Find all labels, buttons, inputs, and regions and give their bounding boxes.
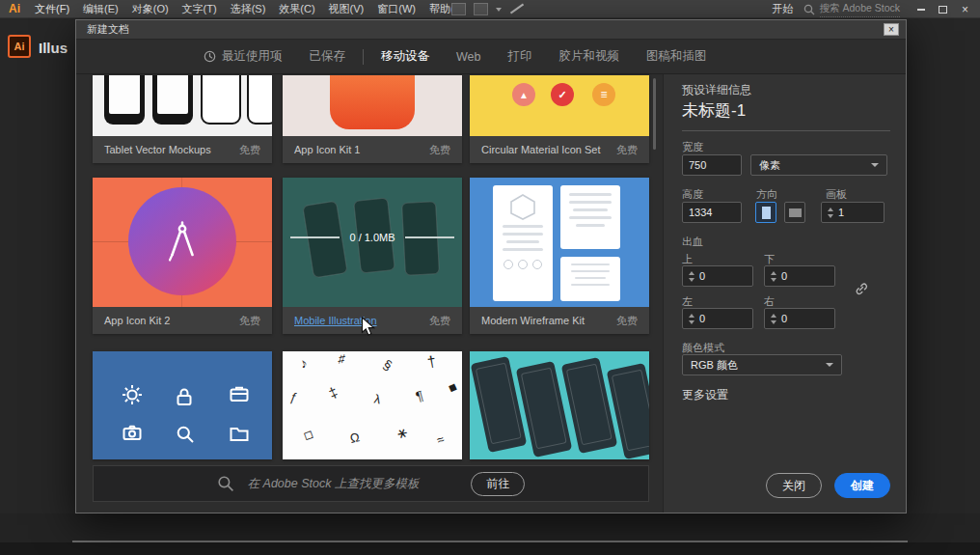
arrow-down-icon — [771, 278, 776, 282]
template-name[interactable]: App Icon Kit 1 — [294, 144, 361, 155]
width-input[interactable] — [682, 154, 742, 176]
titlebar-right: 开始 搜索 Adobe Stock × — [773, 0, 976, 18]
tab-divider — [363, 49, 364, 65]
tab-film-video[interactable]: 胶片和视频 — [545, 40, 633, 73]
close-window-button[interactable]: × — [954, 0, 976, 18]
stepper-arrows[interactable] — [683, 314, 699, 324]
template-card-icon-set[interactable] — [93, 351, 272, 459]
maximize-icon — [939, 6, 947, 14]
stepper-arrows[interactable] — [822, 208, 838, 218]
category-tabs: 最近使用项 已保存 移动设备 Web 打印 胶片和视频 图稿和插图 — [76, 40, 906, 74]
menu-file[interactable]: 文件(F) — [28, 2, 76, 16]
menu-object[interactable]: 对象(O) — [125, 2, 176, 16]
orientation-portrait-button[interactable] — [755, 202, 776, 223]
template-name[interactable]: Circular Material Icon Set — [481, 144, 601, 155]
menu-effect[interactable]: 效果(C) — [272, 2, 321, 16]
unit-select[interactable]: 像素 — [750, 154, 887, 176]
brush-tool-icon[interactable] — [509, 3, 525, 15]
chevron-down-icon[interactable] — [496, 8, 502, 12]
arrow-down-icon — [689, 320, 694, 324]
download-progress: 0 / 1.0MB — [290, 232, 454, 243]
glyph-icon: ≈ — [434, 431, 446, 448]
template-card-symbol-pattern[interactable]: ♪ ♯ § † ◆ ƒ ‡ λ ¶ ◇ Ω ∗ ≈ — [283, 351, 462, 459]
tab-mobile[interactable]: 移动设备 — [368, 40, 443, 73]
glyph-icon: ∗ — [395, 423, 412, 443]
bleed-bottom-stepper[interactable]: 0 — [764, 265, 835, 287]
bleed-right-label: 右 — [764, 294, 775, 309]
dialog-close-button[interactable]: × — [884, 23, 899, 36]
bleed-top-value[interactable]: 0 — [699, 270, 705, 282]
stock-search-field[interactable]: 搜索 Adobe Stock — [803, 2, 900, 17]
tab-label: 已保存 — [310, 48, 346, 65]
minimize-button[interactable] — [910, 0, 932, 18]
template-card-app-icon-kit-1[interactable]: App Icon Kit 1 免费 — [283, 75, 462, 163]
workspace-switcher[interactable]: 开始 — [773, 2, 794, 16]
menu-select[interactable]: 选择(S) — [224, 2, 273, 16]
orientation-landscape-button[interactable] — [784, 202, 805, 223]
template-card-modern-wireframe-kit[interactable]: Modern Wireframe Kit 免费 — [470, 178, 649, 334]
bleed-left-stepper[interactable]: 0 — [682, 308, 753, 329]
stock-template-search-bar[interactable]: 在 Adobe Stock 上查找更多模板 前往 — [93, 465, 649, 502]
template-name[interactable]: Tablet Vector Mockups — [104, 144, 211, 155]
bleed-left-value[interactable]: 0 — [699, 313, 705, 324]
template-thumbnail — [283, 75, 462, 136]
color-mode-label: 颜色模式 — [682, 341, 724, 355]
app-icon-shape — [330, 75, 415, 129]
wireframe-card — [560, 257, 620, 301]
bleed-bottom-value[interactable]: 0 — [781, 270, 787, 282]
arrange-documents-icon[interactable] — [474, 3, 488, 15]
artboards-stepper[interactable]: 1 — [821, 202, 885, 223]
stepper-arrows[interactable] — [765, 314, 781, 324]
dialog-actions: 关闭 创建 — [766, 473, 890, 498]
template-name[interactable]: App Icon Kit 2 — [104, 315, 171, 326]
menu-view[interactable]: 视图(V) — [322, 2, 371, 16]
tab-web[interactable]: Web — [443, 40, 494, 73]
menu-type[interactable]: 文字(T) — [176, 2, 224, 16]
document-layout-icon[interactable] — [451, 3, 466, 15]
tab-art-illustration[interactable]: 图稿和插图 — [633, 40, 721, 73]
template-label-bar: App Icon Kit 2 免费 — [93, 307, 272, 334]
template-card-mobile-illustration[interactable]: 0 / 1.0MB Mobile Illustration 免费 — [283, 178, 462, 334]
search-icon — [803, 4, 815, 15]
template-card-app-icon-kit-2[interactable]: App Icon Kit 2 免费 — [93, 178, 272, 334]
stepper-arrows[interactable] — [765, 271, 781, 282]
template-price: 免费 — [616, 314, 638, 328]
tablet-shape — [152, 75, 193, 125]
bleed-right-value[interactable]: 0 — [781, 313, 787, 324]
close-button[interactable]: 关闭 — [766, 473, 822, 498]
color-mode-select[interactable]: RGB 颜色 — [682, 354, 842, 375]
more-settings-link[interactable]: 更多设置 — [682, 387, 728, 403]
create-button[interactable]: 创建 — [834, 473, 890, 498]
document-name[interactable]: 未标题-1 — [682, 99, 746, 122]
search-icon — [173, 422, 198, 447]
template-name-link[interactable]: Mobile Illustration — [294, 315, 377, 326]
template-price: 免费 — [239, 314, 260, 328]
go-button[interactable]: 前往 — [471, 472, 525, 496]
maximize-button[interactable] — [932, 0, 954, 18]
artboards-value[interactable]: 1 — [838, 207, 844, 218]
menu-edit[interactable]: 编辑(E) — [76, 2, 125, 16]
wireframe-line — [503, 233, 543, 236]
bleed-top-stepper[interactable]: 0 — [682, 265, 753, 287]
templates-scrollbar[interactable] — [653, 78, 656, 150]
template-card-tablet-vector-mockups[interactable]: Tablet Vector Mockups 免费 — [93, 75, 272, 163]
template-card-circular-material-icon-set[interactable]: ▲ ✓ ≡ Circular Material Icon Set 免费 — [470, 75, 649, 163]
tab-saved[interactable]: 已保存 — [296, 40, 360, 73]
stepper-arrows[interactable] — [683, 271, 699, 282]
tab-label: Web — [456, 50, 480, 64]
tab-recent[interactable]: 最近使用项 — [190, 40, 296, 73]
height-input[interactable] — [682, 202, 742, 223]
wireframe-line — [571, 264, 610, 265]
folder-icon — [227, 421, 252, 446]
template-name[interactable]: Modern Wireframe Kit — [481, 315, 585, 326]
dialog-titlebar[interactable]: 新建文档 — [76, 20, 906, 40]
clock-icon — [204, 50, 216, 63]
illustrator-logo: Ai — [9, 2, 20, 15]
glyph-icon: ◆ — [447, 379, 459, 395]
arrow-up-icon — [689, 271, 694, 275]
tab-print[interactable]: 打印 — [494, 40, 545, 73]
menu-window[interactable]: 窗口(W) — [370, 2, 422, 16]
bleed-link-button[interactable] — [854, 281, 869, 300]
template-card-tablet-set[interactable] — [470, 351, 649, 459]
bleed-right-stepper[interactable]: 0 — [764, 308, 835, 329]
